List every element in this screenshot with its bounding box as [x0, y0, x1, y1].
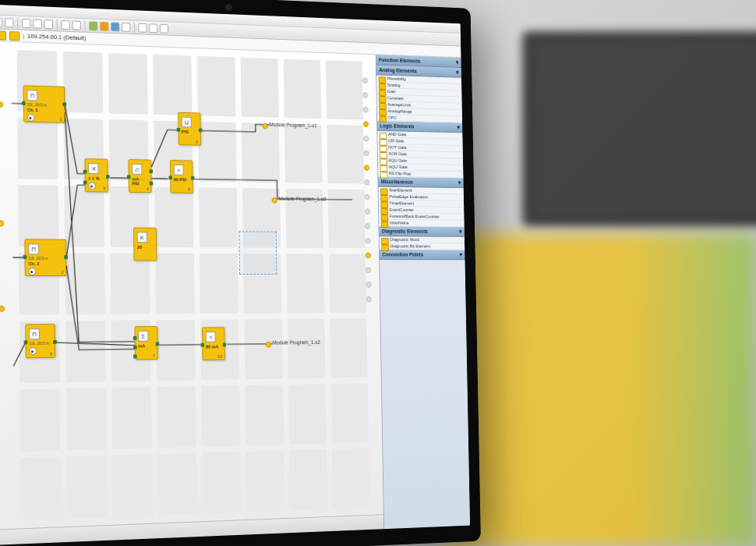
block-number: 8 — [50, 352, 52, 356]
play-icon[interactable]: ▶ — [29, 347, 37, 355]
palette-item[interactable]: RS Flip-Flop — [378, 170, 463, 178]
block-gain[interactable]: K 20 — [133, 228, 157, 261]
toolbar-separator — [17, 17, 18, 28]
sigma-icon: Σ — [138, 331, 148, 342]
palette-list-diagnostic: Diagnostic Word Diagnostic Bit Element — [380, 236, 465, 250]
block-number: 2 — [61, 270, 63, 275]
toolbar-copy-icon[interactable] — [33, 19, 42, 28]
toolbar-help-icon[interactable] — [160, 23, 168, 33]
block-label: ± 1 % — [88, 176, 104, 181]
play-icon[interactable]: ▶ — [88, 183, 95, 190]
toolbar-separator — [84, 20, 85, 31]
toolbar-run-icon[interactable] — [89, 21, 97, 30]
block-tolerance[interactable]: ⤨ ± 1 % ▶ 3 — [84, 158, 108, 192]
block-number: 10 — [217, 354, 222, 359]
greater-than-icon: > — [174, 165, 184, 176]
block-number: 4 — [147, 186, 149, 191]
block-number: 5 — [188, 187, 190, 192]
chart-icon: ⊔ — [182, 117, 192, 128]
play-icon[interactable]: ▶ — [27, 114, 35, 122]
toolbar-download-icon[interactable] — [111, 22, 119, 31]
toolbar-config-icon[interactable] — [122, 22, 130, 31]
block-threshold-60psi[interactable]: > 60 PSI 5 — [170, 160, 193, 193]
chevron-down-icon: ▾ — [459, 229, 462, 235]
output-connector-o1[interactable] — [263, 123, 268, 129]
output-connector-o0[interactable] — [272, 197, 277, 204]
block-ch2[interactable]: ⊓ 3.8...20.5 m Ch. 2 ▶ 2 — [24, 239, 66, 276]
block-label: 80 mA — [206, 344, 221, 349]
webcam — [225, 4, 232, 12]
element-palette: Function Elements▾ Analog Elements▾ Plau… — [376, 55, 470, 529]
analog-in-icon: ⊓ — [29, 328, 40, 339]
output-connector-o2[interactable] — [266, 342, 271, 348]
toolbar-redo-icon[interactable] — [72, 20, 81, 30]
output-label-o0: Module Program_1.o0 — [278, 196, 326, 201]
block-number: 7 — [153, 353, 155, 358]
palette-header-connection[interactable]: Connection Points▾ — [380, 250, 465, 260]
block-ch3[interactable]: ⊓ 3.8...20.5 m ▶ 8 — [25, 324, 55, 358]
palette-list-misc: StartElement PulseEdge Evaluation TimerE… — [379, 187, 465, 227]
analog-in-icon: ⊓ — [28, 243, 39, 254]
block-label: mA → PSI — [132, 177, 148, 186]
block-label: Ch. 1 — [27, 108, 62, 113]
workspace: a2.10 a2.11 a2.12 — [0, 41, 470, 545]
block-label: PSI — [182, 129, 197, 134]
device-address: 169.254.60.1 (Default) — [27, 33, 86, 41]
background-hardware — [444, 234, 756, 546]
toolbar-save-icon[interactable] — [5, 18, 14, 27]
toolbar-separator — [57, 19, 58, 30]
toolbar-separator — [134, 22, 135, 33]
block-psi[interactable]: ⊔ PSI 6 — [178, 112, 201, 146]
block-label: mA — [138, 344, 154, 349]
toolbar-zoom-in-icon[interactable] — [138, 23, 147, 32]
output-label-o1: Module Program_1.o1 — [269, 122, 316, 128]
palette-item[interactable]: InitialValue — [379, 220, 464, 227]
block-number: 6 — [196, 140, 198, 144]
chevron-down-icon: ▾ — [457, 124, 459, 130]
chevron-down-icon: ▾ — [456, 59, 458, 66]
analog-in-icon: ⊓ — [27, 90, 37, 101]
toolbar-paste-icon[interactable] — [44, 20, 53, 29]
block-label: Ch. 2 — [28, 261, 62, 266]
toolbar-undo-icon[interactable] — [61, 20, 69, 29]
palette-item[interactable]: Diagnostic Bit Element — [380, 243, 465, 250]
laptop-frame: P | 169.254. — [0, 0, 481, 546]
block-ch1[interactable]: ⊓ 3.8...20.5 m Ch. 1 ▶ 1 — [23, 85, 65, 122]
chevron-down-icon: ▾ — [458, 179, 461, 186]
block-number: 3 — [103, 186, 105, 191]
chevron-down-icon: ▾ — [456, 69, 458, 76]
device-icon[interactable] — [0, 30, 6, 40]
palette-header-diagnostic[interactable]: Diagnostic Elements▾ — [379, 226, 465, 237]
block-threshold-80ma[interactable]: > 80 mA 10 — [202, 327, 225, 360]
block-number: 1 — [59, 117, 62, 122]
tolerance-icon: ⤨ — [88, 163, 98, 174]
selection-rectangle — [238, 231, 277, 275]
chevron-down-icon: ▾ — [460, 251, 463, 257]
toolbar-cut-icon[interactable] — [22, 19, 31, 28]
palette-list-logic: AND Gate OR Gate NOT Gate XOR Gate EQU G… — [377, 131, 463, 178]
block-header: 3.8...20.5 m — [27, 102, 62, 108]
block-scale[interactable]: ▱ mA → PSI 4 — [129, 159, 152, 193]
block-label: 60 PSI — [174, 177, 189, 182]
greater-than-icon: > — [206, 332, 216, 342]
toolbar-stop-icon[interactable] — [100, 21, 108, 30]
gain-icon: K — [137, 232, 147, 243]
block-header: 3.8...20.5 m — [29, 341, 51, 346]
output-label-o2: Module Program_1.o2 — [273, 339, 320, 345]
block-header: 3.8...20.5 m — [28, 256, 62, 261]
block-sum[interactable]: Σ mA 7 — [134, 326, 157, 360]
device-icon[interactable] — [9, 31, 20, 41]
app-screen: P | 169.254. — [0, 4, 470, 545]
scale-icon: ▱ — [132, 164, 142, 175]
palette-list-analog: Plausibility Scaling Gain Constant Avera… — [376, 75, 462, 122]
toolbar-open-icon[interactable] — [0, 17, 2, 27]
play-icon[interactable]: ▶ — [29, 268, 37, 275]
block-label: 20 — [137, 245, 153, 250]
background-monitor — [522, 31, 756, 226]
toolbar-zoom-out-icon[interactable] — [149, 23, 157, 33]
diagram-canvas[interactable]: a2.10 a2.11 a2.12 — [0, 41, 383, 545]
